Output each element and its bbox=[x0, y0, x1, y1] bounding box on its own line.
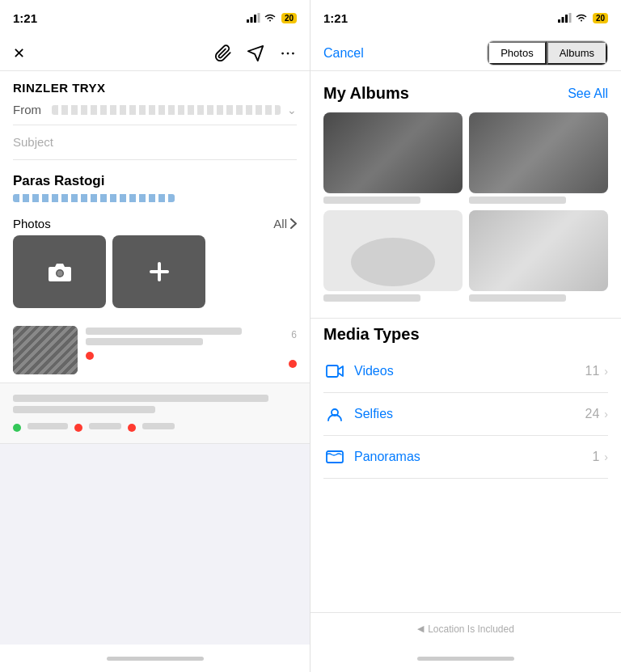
toolbar: ✕ bbox=[0, 36, 310, 71]
send-icon[interactable] bbox=[247, 44, 264, 62]
status-bar-left: 1:21 20 bbox=[0, 0, 310, 36]
toolbar-left: ✕ bbox=[13, 44, 25, 62]
svg-rect-1 bbox=[250, 17, 252, 23]
album-thumb-3 bbox=[323, 210, 463, 291]
subject-row[interactable]: Subject bbox=[13, 125, 297, 160]
svg-point-7 bbox=[292, 52, 294, 54]
signal-icon-left bbox=[247, 13, 260, 23]
email-list-item[interactable]: 6 bbox=[0, 318, 310, 383]
svg-rect-12 bbox=[558, 19, 560, 23]
camera-icon bbox=[47, 260, 73, 283]
wifi-icon-left bbox=[264, 13, 277, 23]
albums-header: My Albums See All bbox=[323, 84, 608, 103]
panoramas-count: 1 bbox=[592, 450, 599, 464]
red-dot-3 bbox=[74, 424, 82, 432]
right-panel: 1:21 20 Cancel Photos Albums My Albu bbox=[310, 0, 621, 672]
panorama-svg bbox=[326, 450, 344, 463]
wifi-icon-right bbox=[575, 13, 588, 23]
media-types-section: Media Types Videos 11 › Selfies 24 bbox=[310, 325, 621, 479]
svg-marker-4 bbox=[248, 45, 263, 60]
media-type-selfies[interactable]: Selfies 24 › bbox=[323, 393, 608, 436]
albums-section: My Albums See All bbox=[310, 71, 621, 311]
more-icon[interactable] bbox=[279, 44, 297, 62]
email-line-7 bbox=[142, 423, 175, 429]
photos-row: Photos All bbox=[0, 209, 310, 235]
green-dot bbox=[13, 424, 21, 432]
video-icon bbox=[323, 360, 346, 382]
camera-button[interactable] bbox=[13, 235, 106, 308]
photos-all-button[interactable]: All bbox=[273, 217, 297, 230]
from-address-field[interactable] bbox=[52, 105, 281, 115]
svg-rect-2 bbox=[254, 15, 256, 23]
add-photo-button[interactable] bbox=[112, 235, 205, 308]
from-row: From ⌄ bbox=[13, 95, 297, 125]
battery-badge-left: 20 bbox=[281, 13, 297, 23]
album-label-bar-3 bbox=[323, 294, 420, 302]
svg-point-5 bbox=[281, 52, 284, 54]
email-list-item-2[interactable] bbox=[0, 383, 310, 444]
email-line-2 bbox=[86, 338, 203, 345]
email-time: 6 bbox=[291, 329, 297, 340]
svg-rect-0 bbox=[247, 19, 249, 23]
album-thumb-4 bbox=[469, 210, 608, 291]
svg-rect-16 bbox=[327, 366, 338, 377]
top-nav: Cancel Photos Albums bbox=[310, 36, 621, 71]
recipient-block: Paras Rastogi bbox=[0, 160, 310, 209]
subject-placeholder: Subject bbox=[13, 135, 53, 149]
recipient-email-bar bbox=[13, 194, 175, 202]
from-label: From bbox=[13, 103, 45, 116]
album-item-4[interactable] bbox=[469, 210, 608, 302]
signal-icon-right bbox=[558, 13, 572, 23]
album-label-bar-4 bbox=[469, 294, 566, 302]
plus-icon bbox=[146, 259, 172, 285]
svg-rect-3 bbox=[257, 13, 260, 23]
selfies-label: Selfies bbox=[354, 407, 585, 421]
status-icons-left: 20 bbox=[247, 13, 297, 23]
photos-all-label: All bbox=[273, 217, 287, 230]
svg-rect-11 bbox=[150, 270, 169, 273]
email-line-4 bbox=[13, 406, 155, 413]
location-text: Location Is Included bbox=[428, 623, 514, 635]
home-bar-right bbox=[417, 657, 514, 661]
album-item-2[interactable] bbox=[469, 112, 608, 204]
tab-photos[interactable]: Photos bbox=[488, 41, 546, 65]
toolbar-right bbox=[214, 44, 297, 62]
selfie-svg bbox=[327, 406, 343, 422]
panoramas-chevron-icon: › bbox=[604, 450, 608, 463]
email-text-block-1 bbox=[86, 326, 281, 360]
album-item-1[interactable] bbox=[323, 112, 463, 204]
email-line-5 bbox=[27, 423, 68, 429]
albums-title: My Albums bbox=[323, 84, 409, 103]
close-button[interactable]: ✕ bbox=[13, 44, 25, 62]
recipient-name: Paras Rastogi bbox=[13, 173, 297, 189]
media-type-videos[interactable]: Videos 11 › bbox=[323, 350, 608, 393]
media-types-title: Media Types bbox=[323, 325, 608, 344]
svg-rect-13 bbox=[561, 17, 564, 23]
videos-chevron-icon: › bbox=[604, 365, 608, 378]
attach-icon[interactable] bbox=[214, 44, 232, 62]
location-footer: ◀ Location Is Included bbox=[310, 612, 621, 645]
status-bar-right: 1:21 20 bbox=[310, 0, 621, 36]
email-thumb-1 bbox=[13, 326, 78, 374]
videos-count: 11 bbox=[585, 364, 600, 378]
album-label-bar-1 bbox=[323, 197, 420, 204]
left-panel: 1:21 20 ✕ bbox=[0, 0, 310, 672]
album-thumb-1 bbox=[323, 112, 463, 193]
see-all-button[interactable]: See All bbox=[568, 87, 608, 101]
svg-rect-14 bbox=[565, 15, 568, 23]
cancel-button[interactable]: Cancel bbox=[323, 46, 364, 61]
album-item-3[interactable] bbox=[323, 210, 463, 302]
email-line-3 bbox=[13, 395, 268, 402]
tab-albums[interactable]: Albums bbox=[547, 41, 607, 65]
status-time-left: 1:21 bbox=[13, 11, 37, 25]
red-dot-badge bbox=[86, 352, 94, 360]
email-list-preview: 6 bbox=[0, 318, 310, 645]
video-svg bbox=[326, 364, 344, 378]
media-type-panoramas[interactable]: Panoramas 1 › bbox=[323, 436, 608, 479]
from-chevron-icon[interactable]: ⌄ bbox=[287, 104, 297, 116]
photos-chevron-icon bbox=[290, 218, 297, 229]
battery-badge-right: 20 bbox=[593, 13, 608, 23]
selfie-icon bbox=[323, 403, 346, 425]
album-thumb-2 bbox=[469, 112, 608, 193]
svg-rect-18 bbox=[327, 451, 343, 463]
